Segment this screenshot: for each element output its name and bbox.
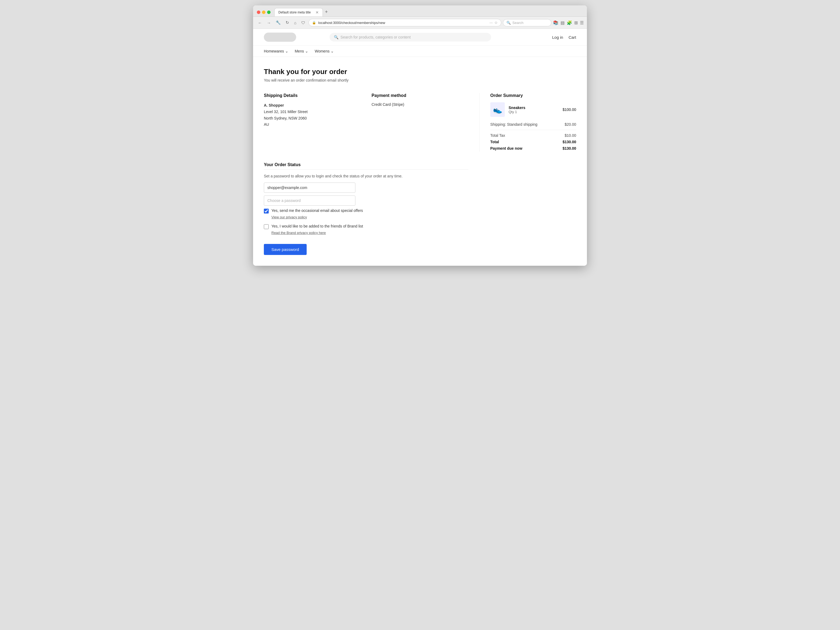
sidebar-icon[interactable]: ▤ xyxy=(561,20,565,25)
forward-button[interactable]: → xyxy=(265,19,272,26)
url-text: localhost:3000/checkout/memberships/new xyxy=(318,21,487,25)
shipping-price: $20.00 xyxy=(565,122,576,126)
extensions-icon[interactable]: 🧩 xyxy=(567,20,572,25)
active-tab[interactable]: Default store meta title ✕ xyxy=(274,8,323,16)
site-nav: Homewares ⌄ Mens ⌄ Womens ⌄ xyxy=(253,46,587,57)
close-button[interactable] xyxy=(257,11,261,14)
shipping-address: A. Shopper Level 32, 101 Miller Street N… xyxy=(264,102,361,128)
browser-window: Default store meta title ✕ + ← → 🔧 ↻ ⌂ 🛡… xyxy=(253,5,587,266)
tab-title: Default store meta title xyxy=(278,11,311,14)
browser-titlebar: Default store meta title ✕ + xyxy=(253,5,587,17)
page-title: Thank you for your order xyxy=(264,68,576,76)
browser-toolbar: ← → 🔧 ↻ ⌂ 🛡 🔒 localhost:3000/checkout/me… xyxy=(253,17,587,29)
payment-section: Payment method Credit Card (Stripe) xyxy=(371,93,469,152)
password-field[interactable] xyxy=(264,196,355,206)
chevron-down-icon: ⌄ xyxy=(285,49,288,53)
site-search-box[interactable]: 🔍 Search for products, categories or con… xyxy=(330,33,491,41)
shipping-address-line2: North Sydney, NSW 2060 xyxy=(264,115,361,122)
search-icon: 🔍 xyxy=(334,35,338,39)
order-item: 👟 Sneakers Qty 1 $100.00 xyxy=(490,102,576,117)
shipping-country: AU xyxy=(264,122,361,128)
order-item-price: $100.00 xyxy=(562,107,576,112)
total-line: Total $130.00 xyxy=(490,139,576,145)
login-link[interactable]: Log in xyxy=(552,35,563,39)
order-status-section: Your Order Status Set a password to allo… xyxy=(264,163,469,255)
nav-item-womens[interactable]: Womens ⌄ xyxy=(315,49,334,53)
brand-list-row: Yes, I would like to be added to the fri… xyxy=(264,224,469,229)
brand-list-checkbox[interactable] xyxy=(264,224,269,229)
order-item-name: Sneakers xyxy=(508,106,559,110)
site-search-placeholder: Search for products, categories or conte… xyxy=(341,35,411,39)
nav-mens-label: Mens xyxy=(295,49,304,53)
order-item-image: 👟 xyxy=(490,102,505,117)
shipping-address-line1: Level 32, 101 Miller Street xyxy=(264,109,361,115)
bookmark-icon[interactable]: ☆ xyxy=(494,21,498,25)
nav-item-homewares[interactable]: Homewares ⌄ xyxy=(264,49,288,53)
main-content: Thank you for your order You will receiv… xyxy=(253,57,587,266)
refresh-button[interactable]: ↻ xyxy=(284,19,291,26)
nav-item-mens[interactable]: Mens ⌄ xyxy=(295,49,308,53)
tax-line: Total Tax $10.00 xyxy=(490,132,576,139)
nav-homewares-label: Homewares xyxy=(264,49,284,53)
site-nav-right: Log in Cart xyxy=(552,35,576,39)
email-offers-label: Yes, send me the occasional email about … xyxy=(272,208,363,213)
email-offers-checkbox[interactable] xyxy=(264,208,269,213)
menu-icon[interactable]: ☰ xyxy=(580,20,584,25)
payment-method: Credit Card (Stripe) xyxy=(371,102,469,107)
payment-title: Payment method xyxy=(371,93,469,98)
shipping-line: Shipping: Standard shipping $20.00 xyxy=(490,121,576,128)
fullscreen-button[interactable] xyxy=(267,11,271,14)
shield-button[interactable]: 🛡 xyxy=(300,19,307,26)
page-content: 🔍 Search for products, categories or con… xyxy=(253,29,587,266)
tab-bar: Default store meta title ✕ + xyxy=(274,8,583,16)
new-tab-button[interactable]: + xyxy=(323,8,330,16)
site-header: 🔍 Search for products, categories or con… xyxy=(253,29,587,46)
page-subtitle: You will receive an order confirmation e… xyxy=(264,78,576,82)
brand-list-label: Yes, I would like to be added to the fri… xyxy=(272,224,363,228)
payment-due-price: $130.00 xyxy=(562,146,576,150)
grid-icon[interactable]: ⊞ xyxy=(574,20,578,25)
reading-list-icon[interactable]: 📚 xyxy=(553,20,558,25)
chevron-down-icon: ⌄ xyxy=(305,49,308,53)
shipping-label: Shipping: Standard shipping xyxy=(490,122,537,126)
email-field[interactable] xyxy=(264,183,355,193)
payment-due-label: Payment due now xyxy=(490,146,522,150)
shipping-section: Shipping Details A. Shopper Level 32, 10… xyxy=(264,93,361,152)
order-item-details: Sneakers Qty 1 xyxy=(508,106,559,114)
browser-search-box[interactable]: 🔍 Search xyxy=(503,19,551,26)
order-summary-section: Order Summary 👟 Sneakers Qty 1 $100.00 S… xyxy=(479,93,576,152)
search-icon: 🔍 xyxy=(507,21,511,25)
shipping-title: Shipping Details xyxy=(264,93,361,98)
minimize-button[interactable] xyxy=(262,11,265,14)
payment-due-line: Payment due now $130.00 xyxy=(490,145,576,152)
more-icon[interactable]: ··· xyxy=(489,21,493,25)
order-status-description: Set a password to allow you to login and… xyxy=(264,174,469,178)
order-item-qty: Qty 1 xyxy=(508,110,559,114)
shipping-name: A. Shopper xyxy=(264,103,284,107)
toolbar-icons: 📚 ▤ 🧩 ⊞ ☰ xyxy=(553,20,584,25)
total-price: $130.00 xyxy=(562,140,576,144)
extensions-button[interactable]: 🔧 xyxy=(274,19,283,26)
order-summary-title: Order Summary xyxy=(490,93,576,98)
order-status-divider xyxy=(264,169,469,170)
site-logo xyxy=(264,33,296,42)
cart-link[interactable]: Cart xyxy=(568,35,576,39)
tab-close-icon[interactable]: ✕ xyxy=(316,10,319,14)
lock-icon: 🔒 xyxy=(312,21,316,25)
save-password-button[interactable]: Save password xyxy=(264,244,307,255)
email-offers-row: Yes, send me the occasional email about … xyxy=(264,208,469,213)
home-button[interactable]: ⌂ xyxy=(292,19,298,26)
chevron-down-icon: ⌄ xyxy=(331,49,334,53)
privacy-link-1[interactable]: View our privacy policy xyxy=(272,215,469,219)
back-button[interactable]: ← xyxy=(256,19,264,26)
order-status-title: Your Order Status xyxy=(264,163,469,167)
nav-womens-label: Womens xyxy=(315,49,330,53)
tax-price: $10.00 xyxy=(565,133,576,137)
tax-label: Total Tax xyxy=(490,133,505,137)
traffic-lights xyxy=(257,11,271,14)
address-bar[interactable]: 🔒 localhost:3000/checkout/memberships/ne… xyxy=(308,19,501,26)
page-heading: Thank you for your order You will receiv… xyxy=(264,68,576,82)
address-actions: ··· ☆ xyxy=(489,21,498,25)
privacy-link-2[interactable]: Read the Brand privacy policy here xyxy=(272,231,469,235)
search-placeholder: Search xyxy=(512,21,523,25)
